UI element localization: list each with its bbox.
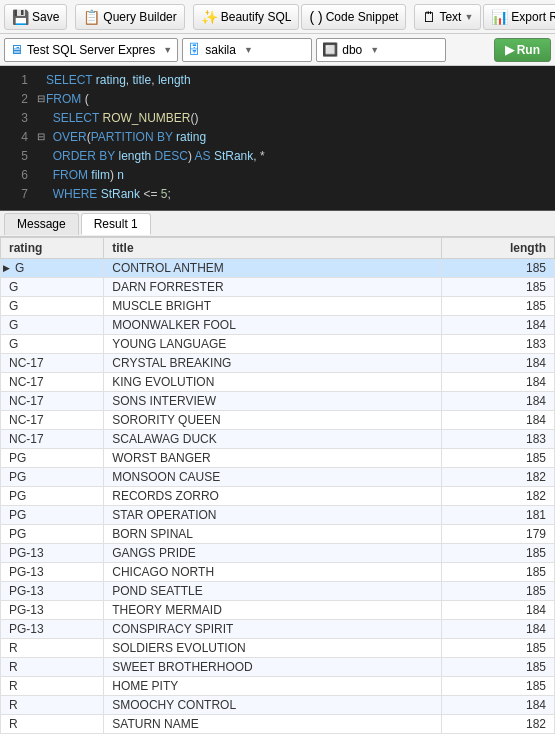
text-label: Text [439,10,461,24]
sql-editor[interactable]: 1 SELECT rating, title, length 2 ⊟ FROM … [0,66,555,211]
line-num-5: 5 [4,149,28,163]
toolbar: 💾 Save 📋 Query Builder ✨ Beautify SQL ( … [0,0,555,34]
cell-length: 181 [442,506,555,525]
cell-rating: NC-17 [1,373,104,392]
table-row[interactable]: PGWORST BANGER185 [1,449,555,468]
schema-selector[interactable]: 🔲 dbo ▼ [316,38,446,62]
save-icon: 💾 [12,9,29,25]
table-row[interactable]: PG-13POND SEATTLE185 [1,582,555,601]
table-row[interactable]: RHOME PITY185 [1,677,555,696]
sql-line-1: 1 SELECT rating, title, length [0,70,555,89]
table-row[interactable]: NC-17CRYSTAL BREAKING184 [1,354,555,373]
table-row[interactable]: RSATURN NAME182 [1,715,555,734]
sql-line-6: 6 FROM film) n [0,165,555,184]
query-builder-label: Query Builder [103,10,176,24]
table-row[interactable]: NC-17SONS INTERVIEW184 [1,392,555,411]
table-row[interactable]: PG-13CHICAGO NORTH185 [1,563,555,582]
cell-length: 185 [442,297,555,316]
cell-length: 184 [442,373,555,392]
run-button[interactable]: ▶ Run [494,38,551,62]
row-selected-indicator: ▶ [3,263,10,273]
table-row[interactable]: PGRECORDS ZORRO182 [1,487,555,506]
cell-length: 185 [442,278,555,297]
table-row[interactable]: PGSTAR OPERATION181 [1,506,555,525]
cell-length: 185 [442,658,555,677]
line-num-3: 3 [4,111,28,125]
cell-title: POND SEATTLE [104,582,442,601]
cell-rating: G [1,316,104,335]
cell-rating: NC-17 [1,392,104,411]
query-builder-icon: 📋 [83,9,100,25]
sql-line-3: 3 SELECT ROW_NUMBER() [0,108,555,127]
table-row[interactable]: GMOONWALKER FOOL184 [1,316,555,335]
export-result-button[interactable]: 📊 Export Result [483,4,555,30]
cell-length: 184 [442,601,555,620]
table-row[interactable]: PG-13GANGS PRIDE185 [1,544,555,563]
tab-message[interactable]: Message [4,213,79,235]
database-dropdown-arrow: ▼ [244,45,253,55]
text-dropdown-arrow: ▼ [464,12,473,22]
cell-title: BORN SPINAL [104,525,442,544]
table-row[interactable]: NC-17KING EVOLUTION184 [1,373,555,392]
col-header-rating: rating [1,238,104,259]
cell-length: 185 [442,639,555,658]
table-row[interactable]: ▶GCONTROL ANTHEM185 [1,259,555,278]
export-icon: 📊 [491,9,508,25]
sql-line-content-3: SELECT ROW_NUMBER() [46,111,551,125]
results-table: rating title length ▶GCONTROL ANTHEM185G… [0,237,555,734]
line-ind-2: ⊟ [36,93,46,104]
cell-rating: PG-13 [1,620,104,639]
export-result-label: Export Result [511,10,555,24]
cell-length: 184 [442,392,555,411]
cell-title: HOME PITY [104,677,442,696]
cell-length: 185 [442,449,555,468]
cell-length: 179 [442,525,555,544]
cell-rating: PG [1,525,104,544]
cell-title: KING EVOLUTION [104,373,442,392]
code-snippet-button[interactable]: ( ) Code Snippet [301,4,406,30]
schema-dropdown-arrow: ▼ [370,45,379,55]
cell-length: 185 [442,259,555,278]
cell-rating: NC-17 [1,354,104,373]
table-row[interactable]: GMUSCLE BRIGHT185 [1,297,555,316]
table-row[interactable]: PG-13CONSPIRACY SPIRIT184 [1,620,555,639]
cell-length: 184 [442,696,555,715]
col-header-length: length [442,238,555,259]
cell-title: RECORDS ZORRO [104,487,442,506]
code-snippet-icon: ( ) [309,9,322,25]
beautify-sql-button[interactable]: ✨ Beautify SQL [193,4,300,30]
table-row[interactable]: RSOLDIERS EVOLUTION185 [1,639,555,658]
cell-rating: G [1,297,104,316]
table-row[interactable]: RSWEET BROTHERHOOD185 [1,658,555,677]
table-row[interactable]: PGMONSOON CAUSE182 [1,468,555,487]
cell-title: SATURN NAME [104,715,442,734]
cell-title: STAR OPERATION [104,506,442,525]
cell-length: 185 [442,677,555,696]
line-num-4: 4 [4,130,28,144]
table-row[interactable]: PGBORN SPINAL179 [1,525,555,544]
database-selector[interactable]: 🗄 sakila ▼ [182,38,312,62]
table-row[interactable]: GYOUNG LANGUAGE183 [1,335,555,354]
table-row[interactable]: GDARN FORRESTER185 [1,278,555,297]
results-area[interactable]: rating title length ▶GCONTROL ANTHEM185G… [0,237,555,736]
save-button[interactable]: 💾 Save [4,4,67,30]
sql-line-content-6: FROM film) n [46,168,551,182]
table-row[interactable]: PG-13THEORY MERMAID184 [1,601,555,620]
cell-title: MONSOON CAUSE [104,468,442,487]
query-builder-button[interactable]: 📋 Query Builder [75,4,184,30]
cell-title: THEORY MERMAID [104,601,442,620]
table-row[interactable]: RSMOOCHY CONTROL184 [1,696,555,715]
results-header-row: rating title length [1,238,555,259]
cell-rating: NC-17 [1,411,104,430]
tab-result1[interactable]: Result 1 [81,213,151,235]
database-label: sakila [205,43,236,57]
cell-rating: PG [1,487,104,506]
cell-length: 184 [442,620,555,639]
save-label: Save [32,10,59,24]
server-selector[interactable]: 🖥 Test SQL Server Expres ▼ [4,38,178,62]
text-button[interactable]: 🗒 Text ▼ [414,4,481,30]
cell-title: SCALAWAG DUCK [104,430,442,449]
cell-rating: R [1,715,104,734]
table-row[interactable]: NC-17SORORITY QUEEN184 [1,411,555,430]
table-row[interactable]: NC-17SCALAWAG DUCK183 [1,430,555,449]
